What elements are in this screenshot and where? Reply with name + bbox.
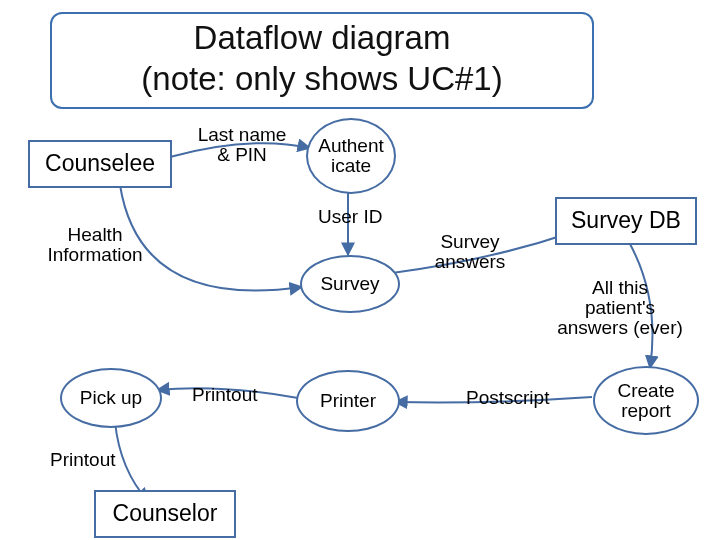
- entity-counselor: Counselor: [94, 490, 236, 538]
- flow-all-answers: All this patient's answers (ever): [550, 278, 690, 338]
- process-pick-up: Pick up: [60, 368, 162, 428]
- process-pick-up-label: Pick up: [80, 388, 142, 408]
- entity-survey-db-label: Survey DB: [571, 208, 681, 233]
- process-survey-label: Survey: [320, 274, 379, 294]
- flow-postscript: Postscript: [466, 388, 549, 408]
- flow-user-id: User ID: [318, 207, 382, 227]
- title-line2: (note: only shows UC#1): [141, 60, 502, 97]
- entity-counselor-label: Counselor: [113, 501, 218, 526]
- process-printer: Printer: [296, 370, 400, 432]
- process-survey: Survey: [300, 255, 400, 313]
- process-printer-label: Printer: [320, 391, 376, 411]
- flow-health-information: Health Information: [40, 225, 150, 265]
- page-title: Dataflow diagram (note: only shows UC#1): [50, 12, 594, 109]
- flow-survey-answers: Survey answers: [430, 232, 510, 272]
- process-create-report: Create report: [593, 366, 699, 435]
- entity-survey-db: Survey DB: [555, 197, 697, 245]
- title-line1: Dataflow diagram: [194, 19, 451, 56]
- process-authenticate: Authent icate: [306, 118, 396, 194]
- flow-printout-lower: Printout: [50, 450, 115, 470]
- flow-printout-upper: Printout: [192, 385, 257, 405]
- entity-counselee: Counselee: [28, 140, 172, 188]
- process-create-report-label: Create report: [617, 381, 674, 421]
- entity-counselee-label: Counselee: [45, 151, 155, 176]
- process-authenticate-label: Authent icate: [318, 136, 384, 176]
- flow-last-name-pin: Last name & PIN: [192, 125, 292, 165]
